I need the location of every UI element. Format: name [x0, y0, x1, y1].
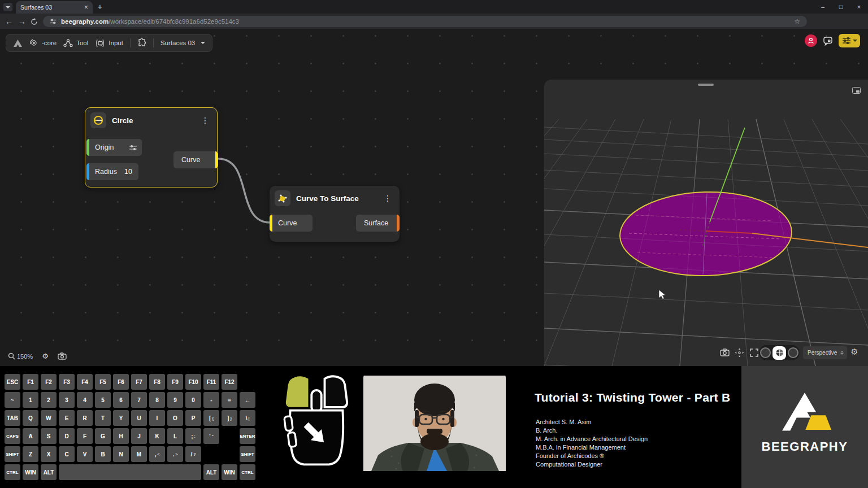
key-E: E — [59, 410, 75, 426]
key-TAB: TAB — [5, 410, 20, 426]
viewport-fullscreen-button[interactable] — [748, 346, 760, 359]
output-curve[interactable]: Curve — [173, 151, 218, 168]
input-origin[interactable]: Origin — [86, 139, 142, 156]
canvas-settings-gear-icon[interactable]: ⚙ — [42, 352, 49, 360]
zoom-indicator[interactable]: 150% — [8, 352, 33, 360]
key-J: J — [131, 428, 147, 444]
output-surface[interactable]: Surface — [356, 215, 400, 232]
key-ENTER: ENTER — [240, 428, 255, 444]
credential-line: Architect S. M. Asim — [536, 418, 648, 426]
display-mode-shaded[interactable] — [772, 346, 786, 360]
zoom-level: 150% — [17, 353, 33, 360]
key-F1: F1 — [23, 374, 38, 390]
workspace-selector[interactable]: Surfaces 03 — [160, 40, 205, 46]
display-mode-wireframe[interactable] — [760, 347, 771, 358]
key-Y: Y — [113, 410, 129, 426]
display-mode-ghosted[interactable] — [788, 347, 798, 358]
display-mode-group — [759, 345, 800, 360]
comments-button[interactable] — [822, 34, 834, 47]
toolbar-item-tool[interactable]: Tool — [63, 39, 88, 47]
key-\: \| — [240, 410, 255, 426]
webcam-video — [363, 372, 506, 479]
key-G: G — [95, 428, 111, 444]
key-Z: Z — [23, 446, 38, 462]
circle-node-icon — [90, 112, 106, 128]
user-avatar-button[interactable] — [805, 34, 817, 47]
key-3: 3 — [59, 392, 75, 408]
key-F4: F4 — [77, 374, 93, 390]
sliders-icon — [842, 37, 851, 45]
viewport-3d[interactable]: Perspective ⚙ 2 1 — [544, 80, 868, 366]
minimize-button[interactable]: – — [814, 0, 832, 14]
port-origin[interactable] — [86, 139, 89, 156]
tab-close-icon[interactable]: × — [84, 4, 88, 11]
input-bracket-icon — [95, 39, 105, 47]
core-target-icon — [29, 38, 38, 47]
node-curve-to-surface[interactable]: Curve To Surface ⋮ Curve Surface — [270, 186, 400, 242]
key-U: U — [131, 410, 147, 426]
origin-sliders-icon[interactable] — [129, 145, 142, 151]
radius-value[interactable]: 10 — [124, 168, 138, 176]
key-/: /? — [185, 446, 201, 462]
key-]: ]} — [222, 410, 237, 426]
toolbar-item-core[interactable]: -core — [29, 38, 57, 47]
canvas-snapshot-icon[interactable] — [58, 352, 67, 360]
port-curve-in[interactable] — [270, 215, 272, 232]
node-header[interactable]: Circle ⋮ — [85, 108, 217, 132]
key-P: P — [185, 410, 201, 426]
viewport-resize-handle[interactable] — [698, 84, 714, 86]
input-label: Curve — [278, 219, 297, 227]
key-X: X — [41, 446, 57, 462]
forward-button[interactable]: → — [16, 16, 28, 27]
select-stepper-icon — [840, 351, 844, 355]
key-[: [{ — [203, 410, 219, 426]
credential-line: Computational Designer — [536, 460, 648, 469]
key-K: K — [149, 428, 165, 444]
credentials-list: Architect S. M. AsimB. Arch.M. Arch. in … — [536, 418, 648, 468]
key-ESC: ESC — [5, 374, 20, 390]
key-N: N — [113, 446, 129, 462]
reload-button[interactable] — [28, 16, 40, 27]
toolbar-item-label: Input — [108, 40, 123, 46]
brand-name: BEEGRAPHY — [741, 439, 868, 454]
port-surface-out[interactable] — [397, 215, 400, 232]
projection-select[interactable]: Perspective — [803, 346, 847, 359]
beegraphy-logo-icon[interactable] — [13, 39, 23, 47]
url-bar[interactable]: beegraphy.com/workspace/edit/674bfc8c991… — [43, 16, 807, 27]
new-tab-button[interactable]: + — [95, 2, 105, 11]
surface-node-icon — [275, 190, 290, 206]
bookmark-star-icon[interactable]: ☆ — [794, 18, 800, 25]
key-WIN: WIN — [222, 464, 237, 480]
port-curve-out[interactable] — [215, 151, 218, 168]
display-settings-button[interactable] — [839, 34, 860, 47]
browser-tab[interactable]: Surfaces 03 × — [16, 1, 93, 14]
viewport-pan-button[interactable] — [733, 346, 745, 359]
tab-search-button[interactable] — [3, 3, 12, 11]
key-F6: F6 — [113, 374, 129, 390]
credential-line: Founder of Archicodes ® — [536, 452, 648, 460]
wire-circle-to-cts[interactable] — [218, 159, 270, 223]
key-B: B — [95, 446, 111, 462]
picture-in-picture-icon[interactable] — [852, 87, 861, 94]
viewport-settings-gear-icon[interactable]: ⚙ — [848, 346, 861, 358]
close-window-button[interactable]: × — [850, 0, 868, 14]
node-editor-canvas[interactable]: -core Tool Input Surfaces 03 — [0, 29, 868, 366]
input-curve[interactable]: Curve — [270, 215, 313, 232]
toolbar-item-input[interactable]: Input — [95, 39, 123, 47]
chat-bubble-icon — [823, 36, 833, 46]
maximize-button[interactable]: □ — [832, 0, 850, 14]
viewport-camera-button[interactable] — [718, 346, 731, 359]
credential-line: M.B.A. in Financial Management — [536, 443, 648, 452]
node-menu-icon[interactable]: ⋮ — [199, 116, 211, 125]
back-button[interactable]: ← — [3, 16, 15, 27]
site-settings-icon[interactable] — [50, 18, 57, 25]
key-F8: F8 — [149, 374, 165, 390]
port-radius[interactable] — [86, 163, 89, 180]
input-radius[interactable]: Radius 10 — [86, 163, 138, 180]
plugins-puzzle-icon[interactable] — [137, 38, 146, 47]
node-header[interactable]: Curve To Surface ⋮ — [270, 186, 400, 210]
tutorial-title: Tutorial 3: Twisting Tower - Part B — [535, 391, 731, 404]
node-circle[interactable]: Circle ⋮ Origin Radius 10 Curve — [85, 107, 218, 188]
node-menu-icon[interactable]: ⋮ — [381, 194, 394, 203]
tab-title: Surfaces 03 — [20, 4, 84, 11]
